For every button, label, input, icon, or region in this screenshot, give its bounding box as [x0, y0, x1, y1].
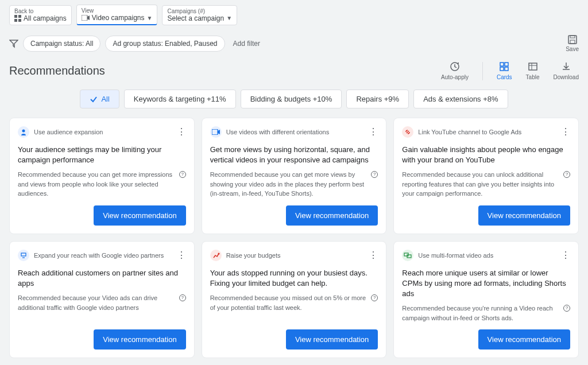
person-icon [18, 126, 29, 138]
view-recommendation-button[interactable]: View recommendation [286, 205, 378, 226]
video-icon [210, 126, 222, 138]
auto-apply-label: Auto-apply [441, 74, 469, 80]
page-title: Recommendations [9, 64, 105, 77]
card-description: Recommended because you're running a Vid… [402, 304, 570, 323]
tab-keywords[interactable]: Keywords & targeting +11% [124, 90, 236, 108]
card-category: Use videos with different orientations [226, 129, 365, 135]
svg-rect-1 [18, 15, 21, 18]
filter-icon[interactable] [9, 39, 18, 48]
help-icon[interactable]: ? [179, 171, 186, 178]
card-header: Use videos with different orientations ⋮ [210, 126, 378, 138]
multiformat-icon [402, 250, 413, 261]
card-header: Raise your budgets ⋮ [210, 250, 378, 261]
card-menu-button[interactable]: ⋮ [177, 127, 186, 137]
svg-rect-4 [82, 15, 87, 21]
help-icon[interactable]: ? [563, 305, 570, 312]
view-recommendation-button[interactable]: View recommendation [478, 205, 570, 226]
help-icon[interactable]: ? [371, 171, 378, 178]
cards-view-button[interactable]: Cards [497, 61, 512, 80]
header-actions: Auto-apply Cards Table Download [441, 61, 579, 80]
link-icon [402, 126, 413, 138]
card-menu-button[interactable]: ⋮ [369, 251, 378, 260]
svg-rect-7 [570, 40, 575, 44]
filter-adgroup-status[interactable]: Ad group status: Enabled, Paused [105, 36, 225, 52]
view-recommendation-button[interactable]: View recommendation [94, 205, 185, 226]
download-label: Download [554, 74, 579, 80]
budget-icon [210, 250, 222, 261]
card-category: Link YouTube channel to Google Ads [418, 129, 556, 135]
recommendation-card: Expand your reach with Google video part… [9, 241, 195, 359]
card-header: Use audience expansion ⋮ [18, 126, 186, 138]
card-description: Recommended because you can get more vie… [210, 170, 378, 199]
svg-rect-3 [18, 19, 21, 22]
svg-rect-10 [505, 63, 508, 66]
nav-campaigns-label: Campaigns (#) [167, 8, 232, 14]
video-campaign-icon [82, 15, 90, 21]
cards-icon [499, 61, 509, 72]
nav-back-to[interactable]: Back to All campaigns [9, 5, 72, 25]
nav-view-value: Video campaigns [92, 14, 145, 22]
tab-bidding[interactable]: Bidding & budgets +10% [241, 90, 342, 108]
view-recommendation-button[interactable]: View recommendation [286, 329, 378, 350]
svg-rect-11 [500, 67, 504, 71]
cards-grid: Use audience expansion ⋮ Your audience s… [0, 118, 588, 365]
download-icon [561, 61, 571, 72]
add-filter-button[interactable]: Add filter [230, 36, 264, 51]
save-button[interactable]: Save [566, 34, 579, 52]
card-category: Use multi-format video ads [418, 252, 556, 259]
recommendation-card: Link YouTube channel to Google Ads ⋮ Gai… [393, 118, 579, 234]
svg-point-16 [22, 130, 25, 133]
card-menu-button[interactable]: ⋮ [561, 127, 570, 137]
tab-all[interactable]: All [80, 90, 119, 108]
filter-campaign-status[interactable]: Campaign status: All [23, 36, 100, 52]
divider [482, 62, 483, 80]
table-icon [528, 61, 538, 72]
tab-label: All [101, 95, 109, 103]
card-description: Recommended because you can unlock addit… [402, 170, 570, 199]
chevron-down-icon: ▼ [147, 15, 153, 21]
view-recommendation-button[interactable]: View recommendation [94, 329, 185, 350]
filter-bar: Campaign status: All Ad group status: En… [0, 30, 588, 61]
table-label: Table [526, 74, 540, 80]
table-view-button[interactable]: Table [526, 61, 540, 80]
card-category: Use audience expansion [34, 129, 172, 135]
auto-apply-button[interactable]: Auto-apply [441, 61, 469, 80]
help-icon[interactable]: ? [563, 171, 570, 178]
nav-campaigns-value: Select a campaign [167, 14, 224, 22]
card-category: Expand your reach with Google video part… [34, 252, 172, 259]
card-title: Your audience settings may be limiting y… [18, 145, 186, 165]
recommendation-card: Use multi-format video ads ⋮ Reach more … [393, 241, 579, 359]
card-menu-button[interactable]: ⋮ [561, 251, 570, 260]
card-description: Recommended because you can get more imp… [18, 170, 186, 199]
help-icon[interactable]: ? [371, 294, 378, 301]
card-title: Reach more unique users at similar or lo… [402, 268, 570, 300]
cards-label: Cards [497, 74, 512, 80]
card-header: Link YouTube channel to Google Ads ⋮ [402, 126, 570, 138]
svg-rect-13 [529, 63, 537, 70]
save-label: Save [566, 46, 579, 52]
help-icon[interactable]: ? [179, 294, 186, 301]
svg-point-19 [218, 253, 219, 254]
svg-rect-5 [568, 36, 577, 44]
nav-back-value: All campaigns [24, 14, 67, 22]
header-row: Recommendations Auto-apply Cards Table D… [0, 61, 588, 90]
card-header: Expand your reach with Google video part… [18, 250, 186, 261]
svg-rect-2 [14, 19, 17, 22]
card-menu-button[interactable]: ⋮ [177, 251, 186, 260]
tab-ads[interactable]: Ads & extensions +8% [413, 90, 508, 108]
view-recommendation-button[interactable]: View recommendation [478, 329, 570, 350]
nav-campaigns[interactable]: Campaigns (#) Select a campaign ▼ [162, 5, 237, 25]
expand-icon [18, 250, 29, 261]
tab-repairs[interactable]: Repairs +9% [346, 90, 409, 108]
svg-rect-9 [500, 63, 504, 66]
card-menu-button[interactable]: ⋮ [369, 127, 378, 137]
card-title: Gain valuable insights about people who … [402, 145, 570, 165]
save-icon [567, 34, 578, 45]
nav-view[interactable]: View Video campaigns ▼ [76, 5, 158, 25]
check-icon [90, 95, 98, 103]
card-title: Get more views by using horizontal, squa… [210, 145, 378, 165]
nav-view-label: View [82, 7, 153, 14]
card-description: Recommended because you missed out on 5%… [210, 293, 378, 312]
top-nav: Back to All campaigns View Video campaig… [0, 0, 588, 30]
download-button[interactable]: Download [554, 61, 579, 80]
